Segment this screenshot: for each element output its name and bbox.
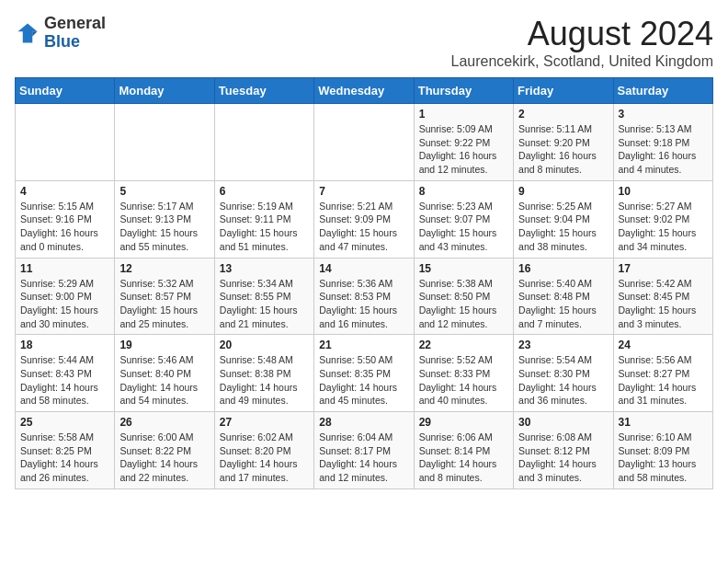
day-info: Sunrise: 6:08 AM Sunset: 8:12 PM Dayligh… (518, 431, 608, 485)
weekday-header: Friday (514, 78, 613, 104)
day-number: 10 (619, 185, 708, 198)
day-info: Sunrise: 5:11 AM Sunset: 9:20 PM Dayligh… (518, 122, 608, 177)
calendar-cell (214, 104, 313, 181)
day-info: Sunrise: 6:06 AM Sunset: 8:14 PM Dayligh… (419, 431, 508, 485)
calendar-cell: 31Sunrise: 6:10 AM Sunset: 8:09 PM Dayli… (613, 412, 712, 489)
calendar-cell: 10Sunrise: 5:27 AM Sunset: 9:02 PM Dayli… (613, 180, 712, 258)
day-number: 27 (220, 416, 309, 429)
day-info: Sunrise: 6:10 AM Sunset: 8:09 PM Dayligh… (619, 431, 708, 485)
day-number: 11 (20, 262, 109, 275)
day-number: 5 (119, 185, 209, 198)
calendar-week-row: 25Sunrise: 5:58 AM Sunset: 8:25 PM Dayli… (16, 412, 713, 489)
day-info: Sunrise: 5:54 AM Sunset: 8:30 PM Dayligh… (518, 353, 608, 408)
weekday-header: Monday (115, 78, 214, 104)
calendar-week-row: 11Sunrise: 5:29 AM Sunset: 9:00 PM Dayli… (16, 258, 713, 335)
day-info: Sunrise: 5:42 AM Sunset: 8:45 PM Dayligh… (619, 277, 708, 331)
calendar-cell: 23Sunrise: 5:54 AM Sunset: 8:30 PM Dayli… (514, 335, 613, 412)
day-number: 26 (119, 416, 209, 429)
calendar-cell: 27Sunrise: 6:02 AM Sunset: 8:20 PM Dayli… (214, 412, 313, 489)
day-info: Sunrise: 6:04 AM Sunset: 8:17 PM Dayligh… (319, 431, 408, 485)
day-number: 16 (518, 262, 608, 275)
day-number: 17 (619, 262, 708, 275)
day-number: 6 (220, 185, 309, 198)
day-number: 20 (220, 339, 309, 351)
day-number: 29 (419, 416, 508, 429)
day-number: 22 (419, 339, 508, 351)
calendar-cell: 21Sunrise: 5:50 AM Sunset: 8:35 PM Dayli… (314, 335, 414, 412)
calendar-cell: 29Sunrise: 6:06 AM Sunset: 8:14 PM Dayli… (414, 412, 513, 489)
calendar-cell: 11Sunrise: 5:29 AM Sunset: 9:00 PM Dayli… (16, 258, 115, 335)
month-title: August 2024 (451, 15, 714, 53)
calendar-cell: 12Sunrise: 5:32 AM Sunset: 8:57 PM Dayli… (115, 258, 214, 335)
page-header: General Blue August 2024 Laurencekirk, S… (15, 15, 713, 70)
calendar-week-row: 1Sunrise: 5:09 AM Sunset: 9:22 PM Daylig… (16, 104, 713, 181)
day-info: Sunrise: 5:40 AM Sunset: 8:48 PM Dayligh… (518, 277, 608, 331)
calendar-cell: 15Sunrise: 5:38 AM Sunset: 8:50 PM Dayli… (414, 258, 513, 335)
calendar-cell (314, 104, 414, 181)
day-info: Sunrise: 5:34 AM Sunset: 8:55 PM Dayligh… (220, 277, 309, 331)
day-number: 21 (319, 339, 408, 351)
calendar-table: SundayMondayTuesdayWednesdayThursdayFrid… (15, 77, 713, 489)
day-number: 14 (319, 262, 408, 275)
calendar-header-row: SundayMondayTuesdayWednesdayThursdayFrid… (16, 78, 713, 104)
day-number: 13 (220, 262, 309, 275)
weekday-header: Tuesday (214, 78, 313, 104)
logo-general: General (44, 14, 106, 32)
day-number: 24 (619, 339, 708, 351)
calendar-cell (16, 104, 115, 181)
day-number: 9 (518, 185, 608, 198)
day-info: Sunrise: 5:58 AM Sunset: 8:25 PM Dayligh… (20, 431, 109, 485)
weekday-header: Thursday (414, 78, 513, 104)
day-info: Sunrise: 6:02 AM Sunset: 8:20 PM Dayligh… (220, 431, 309, 485)
day-info: Sunrise: 5:13 AM Sunset: 9:18 PM Dayligh… (619, 122, 708, 177)
calendar-cell: 26Sunrise: 6:00 AM Sunset: 8:22 PM Dayli… (115, 412, 214, 489)
day-info: Sunrise: 5:38 AM Sunset: 8:50 PM Dayligh… (419, 277, 508, 331)
day-number: 4 (20, 185, 109, 198)
calendar-cell: 19Sunrise: 5:46 AM Sunset: 8:40 PM Dayli… (115, 335, 214, 412)
day-info: Sunrise: 5:21 AM Sunset: 9:09 PM Dayligh… (319, 200, 408, 254)
day-number: 15 (419, 262, 508, 275)
logo-icon (15, 20, 40, 46)
day-info: Sunrise: 5:36 AM Sunset: 8:53 PM Dayligh… (319, 277, 408, 331)
day-info: Sunrise: 5:27 AM Sunset: 9:02 PM Dayligh… (619, 200, 708, 254)
title-block: August 2024 Laurencekirk, Scotland, Unit… (451, 15, 714, 70)
logo: General Blue (15, 15, 106, 52)
day-number: 2 (518, 108, 608, 121)
calendar-cell: 24Sunrise: 5:56 AM Sunset: 8:27 PM Dayli… (613, 335, 712, 412)
calendar-cell: 17Sunrise: 5:42 AM Sunset: 8:45 PM Dayli… (613, 258, 712, 335)
day-number: 28 (319, 416, 408, 429)
calendar-cell: 5Sunrise: 5:17 AM Sunset: 9:13 PM Daylig… (115, 180, 214, 258)
day-info: Sunrise: 5:52 AM Sunset: 8:33 PM Dayligh… (419, 353, 508, 408)
weekday-header: Saturday (613, 78, 712, 104)
day-number: 19 (119, 339, 209, 351)
calendar-cell: 25Sunrise: 5:58 AM Sunset: 8:25 PM Dayli… (16, 412, 115, 489)
day-number: 18 (20, 339, 109, 351)
day-info: Sunrise: 5:56 AM Sunset: 8:27 PM Dayligh… (619, 353, 708, 408)
svg-marker-1 (32, 31, 37, 36)
calendar-cell: 16Sunrise: 5:40 AM Sunset: 8:48 PM Dayli… (514, 258, 613, 335)
day-info: Sunrise: 5:23 AM Sunset: 9:07 PM Dayligh… (419, 200, 508, 254)
calendar-cell: 13Sunrise: 5:34 AM Sunset: 8:55 PM Dayli… (214, 258, 313, 335)
day-number: 1 (419, 108, 508, 121)
calendar-cell: 18Sunrise: 5:44 AM Sunset: 8:43 PM Dayli… (16, 335, 115, 412)
day-info: Sunrise: 5:32 AM Sunset: 8:57 PM Dayligh… (119, 277, 209, 331)
day-info: Sunrise: 6:00 AM Sunset: 8:22 PM Dayligh… (119, 431, 209, 485)
calendar-cell: 3Sunrise: 5:13 AM Sunset: 9:18 PM Daylig… (613, 104, 712, 181)
day-number: 8 (419, 185, 508, 198)
calendar-cell: 1Sunrise: 5:09 AM Sunset: 9:22 PM Daylig… (414, 104, 513, 181)
calendar-cell: 9Sunrise: 5:25 AM Sunset: 9:04 PM Daylig… (514, 180, 613, 258)
day-info: Sunrise: 5:29 AM Sunset: 9:00 PM Dayligh… (20, 277, 109, 331)
calendar-week-row: 18Sunrise: 5:44 AM Sunset: 8:43 PM Dayli… (16, 335, 713, 412)
day-number: 7 (319, 185, 408, 198)
logo-blue: Blue (44, 32, 80, 51)
day-number: 30 (518, 416, 608, 429)
day-number: 25 (20, 416, 109, 429)
calendar-cell: 6Sunrise: 5:19 AM Sunset: 9:11 PM Daylig… (214, 180, 313, 258)
calendar-cell: 7Sunrise: 5:21 AM Sunset: 9:09 PM Daylig… (314, 180, 414, 258)
day-number: 31 (619, 416, 708, 429)
calendar-cell (115, 104, 214, 181)
location-title: Laurencekirk, Scotland, United Kingdom (451, 53, 714, 70)
calendar-cell: 22Sunrise: 5:52 AM Sunset: 8:33 PM Dayli… (414, 335, 513, 412)
calendar-cell: 20Sunrise: 5:48 AM Sunset: 8:38 PM Dayli… (214, 335, 313, 412)
day-info: Sunrise: 5:44 AM Sunset: 8:43 PM Dayligh… (20, 353, 109, 408)
